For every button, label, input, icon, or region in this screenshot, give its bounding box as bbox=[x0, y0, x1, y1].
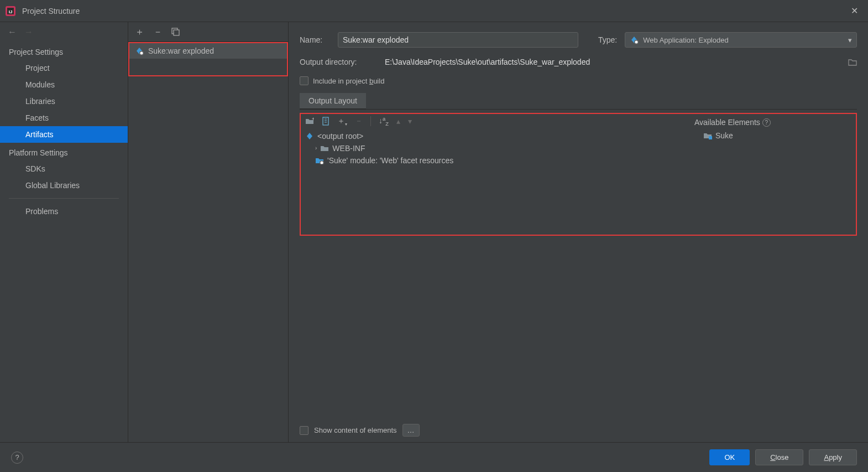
section-header-project-settings: Project Settings bbox=[0, 42, 128, 60]
add-icon[interactable]: ＋ bbox=[135, 25, 144, 38]
available-module-label: Suke bbox=[715, 131, 733, 140]
tree-webinf-label: WEB-INF bbox=[332, 144, 365, 153]
show-content-label: Show content of elements bbox=[314, 426, 397, 434]
available-elements: Available Elements ? Suke bbox=[690, 114, 856, 235]
tree-facet-label: 'Suke' module: 'Web' facet resources bbox=[327, 156, 453, 165]
chevron-down-icon: ▾ bbox=[848, 36, 852, 44]
help-icon[interactable]: ? bbox=[762, 118, 771, 127]
tree-webinf[interactable]: › WEB-INF bbox=[304, 142, 687, 154]
web-facet-icon bbox=[315, 157, 324, 164]
section-header-platform-settings: Platform Settings bbox=[0, 143, 128, 160]
sidebar-left: ← → Project Settings Project Modules Lib… bbox=[0, 22, 128, 442]
output-root-icon bbox=[305, 132, 314, 141]
output-layout-area: + ＋▾ － ↓ªz ▴ ▾ <output root> bbox=[300, 113, 857, 236]
svg-text:+: + bbox=[312, 117, 314, 122]
artifact-list-highlight: Suke:war exploded bbox=[128, 42, 288, 76]
chevron-right-icon: › bbox=[315, 145, 317, 151]
name-input[interactable] bbox=[338, 32, 578, 48]
folder-icon bbox=[320, 144, 329, 152]
type-combo[interactable]: Web Application: Exploded ▾ bbox=[625, 32, 857, 48]
artifact-icon bbox=[135, 46, 144, 55]
artifacts-toolbar: ＋ － bbox=[128, 22, 288, 42]
svg-text:IJ: IJ bbox=[9, 9, 13, 14]
nav-divider bbox=[9, 198, 119, 199]
tab-output-layout[interactable]: Output Layout bbox=[300, 93, 366, 110]
footer: ? OK Close Apply bbox=[0, 442, 868, 472]
nav-item-modules[interactable]: Modules bbox=[0, 76, 128, 93]
apply-button[interactable]: Apply bbox=[809, 449, 857, 465]
help-button[interactable]: ? bbox=[11, 452, 23, 464]
footer-buttons: OK Close Apply bbox=[709, 449, 857, 465]
include-build-checkbox[interactable] bbox=[300, 76, 308, 85]
new-folder-icon[interactable]: + bbox=[305, 117, 314, 125]
window-title: Project Structure bbox=[22, 7, 80, 15]
type-value: Web Application: Exploded bbox=[643, 36, 728, 44]
svg-point-7 bbox=[140, 52, 143, 55]
close-button[interactable]: Close bbox=[755, 449, 803, 465]
tabs-row: Output Layout bbox=[300, 93, 857, 110]
nav-item-global-libraries[interactable]: Global Libraries bbox=[0, 177, 128, 194]
svg-point-10 bbox=[635, 41, 638, 44]
move-down-icon[interactable]: ▾ bbox=[408, 117, 412, 126]
content-right: Name: Type: Web Application: Exploded ▾ … bbox=[289, 22, 868, 442]
titlebar: IJ Project Structure ✕ bbox=[0, 0, 868, 22]
output-dir-value[interactable]: E:\Java\IdeaProjects\Suke\out\artifacts\… bbox=[385, 58, 836, 66]
artifact-item-label: Suke:war exploded bbox=[148, 46, 214, 55]
name-label: Name: bbox=[300, 35, 330, 44]
nav-item-libraries[interactable]: Libraries bbox=[0, 93, 128, 110]
nav-item-sdks[interactable]: SDKs bbox=[0, 160, 128, 177]
close-icon[interactable]: ✕ bbox=[846, 3, 862, 18]
add-copy-icon[interactable]: ＋▾ bbox=[337, 116, 347, 127]
remove-icon[interactable]: － bbox=[153, 25, 163, 38]
svg-rect-4 bbox=[174, 30, 179, 35]
nav-item-facets[interactable]: Facets bbox=[0, 110, 128, 126]
nav-back-icon[interactable]: ← bbox=[8, 27, 17, 37]
svg-marker-16 bbox=[307, 133, 312, 139]
layout-left: + ＋▾ － ↓ªz ▴ ▾ <output root> bbox=[301, 114, 690, 235]
layout-toolbar: + ＋▾ － ↓ªz ▴ ▾ bbox=[301, 114, 690, 129]
svg-rect-19 bbox=[709, 136, 712, 139]
ok-button[interactable]: OK bbox=[709, 449, 750, 465]
row-output-dir: Output directory: E:\Java\IdeaProjects\S… bbox=[300, 58, 857, 66]
copy-icon[interactable] bbox=[171, 28, 180, 36]
output-dir-label: Output directory: bbox=[300, 58, 377, 66]
app-icon: IJ bbox=[6, 6, 15, 16]
available-elements-header: Available Elements ? bbox=[694, 116, 851, 128]
nav-arrows: ← → bbox=[0, 22, 128, 42]
type-label: Type: bbox=[598, 35, 617, 44]
nav-item-artifacts[interactable]: Artifacts bbox=[0, 126, 128, 143]
tree-root[interactable]: <output root> bbox=[304, 130, 687, 142]
svg-rect-12 bbox=[323, 117, 328, 125]
tree-root-label: <output root> bbox=[317, 132, 363, 141]
nav-item-project[interactable]: Project bbox=[0, 60, 128, 76]
row-name-type: Name: Type: Web Application: Exploded ▾ bbox=[300, 32, 857, 48]
sort-icon[interactable]: ↓ªz bbox=[379, 116, 389, 127]
sidebar-artifacts: ＋ － Suke:war exploded bbox=[128, 22, 289, 442]
new-archive-icon[interactable] bbox=[322, 117, 330, 126]
remove-layout-icon[interactable]: － bbox=[355, 116, 363, 126]
tree-facet[interactable]: 'Suke' module: 'Web' facet resources bbox=[304, 154, 687, 167]
module-folder-icon bbox=[703, 132, 712, 139]
artifact-item[interactable]: Suke:war exploded bbox=[129, 43, 287, 59]
bottom-section: Show content of elements … bbox=[300, 418, 857, 442]
show-content-checkbox[interactable] bbox=[300, 426, 308, 435]
browse-folder-icon[interactable] bbox=[848, 58, 857, 66]
available-elements-label: Available Elements bbox=[694, 118, 760, 127]
toolbar-divider bbox=[370, 116, 371, 126]
nav-forward-icon[interactable]: → bbox=[24, 27, 33, 37]
nav-item-problems[interactable]: Problems bbox=[0, 203, 128, 220]
main-area: ← → Project Settings Project Modules Lib… bbox=[0, 22, 868, 442]
layout-tree: <output root> › WEB-INF 'Suke' module: '… bbox=[301, 129, 690, 168]
ellipsis-button[interactable]: … bbox=[402, 424, 420, 437]
move-up-icon[interactable]: ▴ bbox=[396, 117, 400, 126]
svg-point-18 bbox=[321, 161, 323, 164]
row-include-build: Include in project build bbox=[300, 76, 857, 85]
available-module[interactable]: Suke bbox=[694, 128, 851, 142]
artifact-type-icon bbox=[630, 35, 639, 44]
include-build-label: Include in project build bbox=[313, 77, 384, 85]
